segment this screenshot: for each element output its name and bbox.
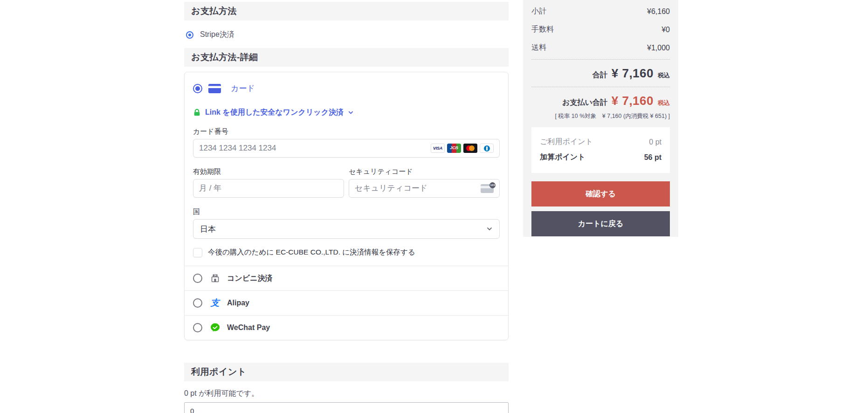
- stripe-option-label: Stripe決済: [200, 30, 234, 40]
- use-points-header: 利用ポイント: [184, 363, 509, 381]
- shipping-value: ¥1,000: [647, 44, 670, 52]
- total-tax-suffix: 税込: [658, 71, 670, 80]
- link-banner-text: Link を使用した安全なワンクリック決済: [205, 108, 344, 117]
- chevron-down-icon: [348, 110, 354, 116]
- card-brand-icons: VISA JCB: [431, 144, 494, 153]
- alipay-icon: 支: [209, 297, 221, 309]
- card-number-label: カード番号: [193, 127, 500, 136]
- credit-card-icon: [208, 84, 221, 93]
- konbini-option-label: コンビニ決済: [227, 274, 273, 283]
- shipping-label: 送料: [531, 43, 546, 53]
- divider: [531, 87, 670, 87]
- payment-method-header: お支払方法: [184, 2, 509, 21]
- shipping-row: 送料 ¥1,000: [531, 39, 670, 57]
- points-summary-card: ご利用ポイント 0 pt 加算ポイント 56 pt: [531, 127, 670, 173]
- expiry-column: 有効期限: [193, 158, 344, 198]
- cvc-column: セキュリティコード 123: [349, 158, 500, 198]
- subtotal-label: 小計: [531, 7, 546, 16]
- subtotal-row: 小計 ¥6,160: [531, 2, 670, 21]
- payment-total-tax-suffix: 税込: [658, 99, 670, 107]
- use-point-value: 0 pt: [649, 138, 661, 146]
- save-card-row: 今後の購入のために EC-CUBE CO.,LTD. に決済情報を保存する: [193, 248, 500, 257]
- back-to-cart-button[interactable]: カートに戻る: [531, 211, 670, 236]
- payment-total-amount: ¥ 7,160: [612, 94, 654, 108]
- cvc-badge: 123: [489, 182, 496, 188]
- country-select[interactable]: 日本: [193, 219, 500, 239]
- stripe-payment-element: カード Link を使用した安全なワンクリック決済 カード番号: [184, 72, 509, 340]
- fee-value: ¥0: [661, 26, 670, 34]
- expiry-input[interactable]: [199, 184, 338, 193]
- cvc-label: セキュリティコード: [349, 167, 500, 176]
- visa-icon: VISA: [431, 144, 445, 153]
- use-point-label: ご利用ポイント: [540, 137, 593, 147]
- add-point-value: 56 pt: [644, 153, 661, 162]
- divider: [531, 59, 670, 60]
- alipay-option-label: Alipay: [227, 299, 249, 307]
- total-amount: ¥ 7,160: [612, 66, 654, 81]
- use-point-row: ご利用ポイント 0 pt: [540, 134, 661, 150]
- confirm-button[interactable]: 確認する: [531, 181, 670, 206]
- use-points-title: 利用ポイント: [191, 366, 247, 378]
- konbini-payment-option[interactable]: 24 コンビニ決済: [185, 266, 508, 290]
- payment-detail-title: お支払方法-詳細: [191, 51, 258, 63]
- card-option-label: カード: [231, 83, 255, 94]
- card-number-field-wrap: VISA JCB: [193, 139, 500, 158]
- checkout-page: お支払方法 Stripe決済 お支払方法-詳細 カード: [0, 0, 868, 413]
- subtotal-value: ¥6,160: [647, 7, 670, 16]
- cvc-field-wrap: 123: [349, 179, 500, 198]
- country-selected-value: 日本: [200, 224, 216, 234]
- radio-unselected-icon[interactable]: [193, 274, 202, 283]
- payment-method-title: お支払方法: [191, 5, 237, 17]
- expiry-label: 有効期限: [193, 167, 344, 176]
- cvc-card-icon: 123: [481, 184, 494, 193]
- country-label: 国: [193, 207, 500, 216]
- radio-selected-icon[interactable]: [186, 31, 193, 39]
- expiry-field-wrap: [193, 179, 344, 198]
- save-card-checkbox[interactable]: [193, 248, 202, 257]
- jcb-icon: JCB: [447, 144, 461, 153]
- link-banner[interactable]: Link を使用した安全なワンクリック決済: [193, 108, 500, 117]
- payment-total-row: お支払い合計 ¥ 7,160 税込: [531, 89, 670, 112]
- wechat-option-label: WeChat Pay: [227, 324, 270, 332]
- mastercard-icon: [463, 144, 477, 153]
- svg-text:24: 24: [214, 274, 216, 276]
- stripe-payment-option[interactable]: Stripe決済: [186, 30, 509, 40]
- tax-breakdown-note: [ 税率 10 %対象 ¥ 7,160 (内消費税 ¥ 651) ]: [531, 112, 670, 120]
- radio-unselected-icon[interactable]: [193, 323, 202, 332]
- card-accordion-section: カード Link を使用した安全なワンクリック決済 カード番号: [185, 72, 508, 266]
- cvc-input[interactable]: [355, 184, 477, 193]
- total-label: 合計: [592, 70, 607, 80]
- wechat-pay-payment-option[interactable]: WeChat Pay: [185, 315, 508, 340]
- radio-unselected-icon[interactable]: [193, 298, 202, 308]
- points-available-note: 0 pt が利用可能です。: [184, 389, 509, 399]
- wechat-pay-icon: [209, 323, 221, 332]
- points-input[interactable]: [184, 402, 509, 413]
- chevron-down-icon: [486, 226, 493, 232]
- add-point-label: 加算ポイント: [540, 152, 586, 162]
- payment-detail-header: お支払方法-詳細: [184, 48, 509, 67]
- payment-total-label: お支払い合計: [562, 98, 607, 108]
- order-summary-sidebar: 小計 ¥6,160 手数料 ¥0 送料 ¥1,000 合計 ¥ 7,160 税込…: [523, 0, 678, 237]
- total-row: 合計 ¥ 7,160 税込: [531, 62, 670, 84]
- lock-icon: [193, 109, 201, 117]
- main-column: お支払方法 Stripe決済 お支払方法-詳細 カード: [184, 2, 509, 413]
- fee-label: 手数料: [531, 25, 554, 34]
- add-point-row: 加算ポイント 56 pt: [540, 150, 661, 165]
- fee-row: 手数料 ¥0: [531, 21, 670, 39]
- save-card-label: 今後の購入のために EC-CUBE CO.,LTD. に決済情報を保存する: [208, 248, 415, 257]
- alipay-payment-option[interactable]: 支 Alipay: [185, 290, 508, 315]
- card-payment-option[interactable]: カード: [193, 83, 500, 94]
- radio-selected-icon[interactable]: [193, 84, 202, 93]
- diners-icon: [480, 144, 494, 153]
- convenience-store-icon: 24: [209, 273, 221, 284]
- card-number-input[interactable]: [199, 144, 427, 153]
